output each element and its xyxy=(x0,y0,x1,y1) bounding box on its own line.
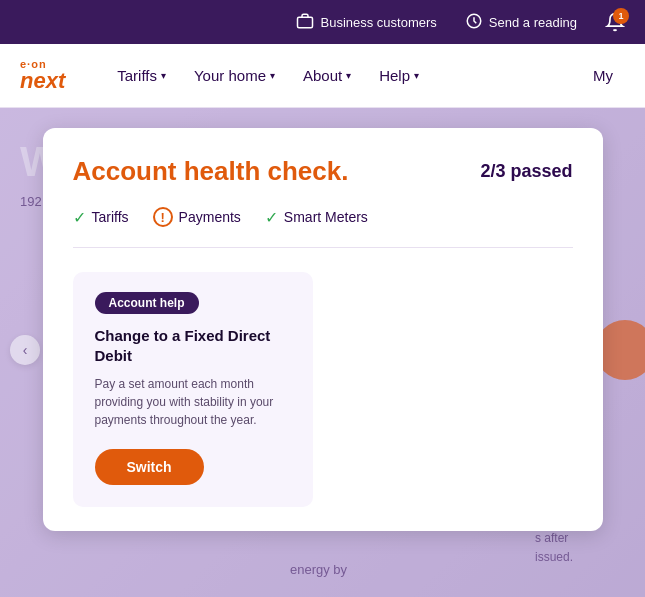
notifications-link[interactable]: 1 xyxy=(605,12,625,32)
tariffs-chevron-icon: ▾ xyxy=(161,70,166,81)
about-label: About xyxy=(303,67,342,84)
send-reading-link[interactable]: Send a reading xyxy=(465,12,577,33)
help-chevron-icon: ▾ xyxy=(414,70,419,81)
your-home-chevron-icon: ▾ xyxy=(270,70,275,81)
business-customers-label: Business customers xyxy=(320,15,436,30)
nav-help[interactable]: Help ▾ xyxy=(367,59,431,92)
check-smart-meters-label: Smart Meters xyxy=(284,209,368,225)
tariffs-label: Tariffs xyxy=(117,67,157,84)
check-payments: ! Payments xyxy=(153,207,241,227)
about-chevron-icon: ▾ xyxy=(346,70,351,81)
health-check-score: 2/3 passed xyxy=(480,161,572,182)
meter-icon xyxy=(465,12,483,33)
health-checks-row: ✓ Tariffs ! Payments ✓ Smart Meters xyxy=(73,207,573,248)
your-home-label: Your home xyxy=(194,67,266,84)
nav-tariffs[interactable]: Tariffs ▾ xyxy=(105,59,178,92)
account-help-card: Account help Change to a Fixed Direct De… xyxy=(73,272,313,507)
check-tariffs-icon: ✓ xyxy=(73,208,86,227)
logo[interactable]: e·on next xyxy=(20,59,65,92)
svg-rect-0 xyxy=(298,17,313,28)
briefcase-icon xyxy=(296,12,314,33)
top-bar: Business customers Send a reading 1 xyxy=(0,0,645,44)
nav-my[interactable]: My xyxy=(581,59,625,92)
check-tariffs: ✓ Tariffs xyxy=(73,208,129,227)
check-smart-meters-icon: ✓ xyxy=(265,208,278,227)
help-label: Help xyxy=(379,67,410,84)
check-payments-icon: ! xyxy=(153,207,173,227)
check-tariffs-label: Tariffs xyxy=(92,209,129,225)
health-check-title: Account health check. xyxy=(73,156,349,187)
health-check-header: Account health check. 2/3 passed xyxy=(73,156,573,187)
notification-bell[interactable]: 1 xyxy=(605,12,625,32)
check-payments-label: Payments xyxy=(179,209,241,225)
inner-card-title: Change to a Fixed Direct Debit xyxy=(95,326,291,365)
account-help-badge: Account help xyxy=(95,292,199,314)
send-reading-label: Send a reading xyxy=(489,15,577,30)
health-check-card: Account health check. 2/3 passed ✓ Tarif… xyxy=(43,128,603,531)
inner-card-description: Pay a set amount each month providing yo… xyxy=(95,375,291,429)
nav-your-home[interactable]: Your home ▾ xyxy=(182,59,287,92)
logo-next: next xyxy=(20,70,65,92)
business-customers-link[interactable]: Business customers xyxy=(296,12,436,33)
nav-about[interactable]: About ▾ xyxy=(291,59,363,92)
switch-button[interactable]: Switch xyxy=(95,449,204,485)
check-smart-meters: ✓ Smart Meters xyxy=(265,208,368,227)
notification-count: 1 xyxy=(613,8,629,24)
nav-items: Tariffs ▾ Your home ▾ About ▾ Help ▾ My xyxy=(105,59,625,92)
modal-overlay: Account health check. 2/3 passed ✓ Tarif… xyxy=(0,108,645,597)
nav-bar: e·on next Tariffs ▾ Your home ▾ About ▾ … xyxy=(0,44,645,108)
my-label: My xyxy=(593,67,613,84)
